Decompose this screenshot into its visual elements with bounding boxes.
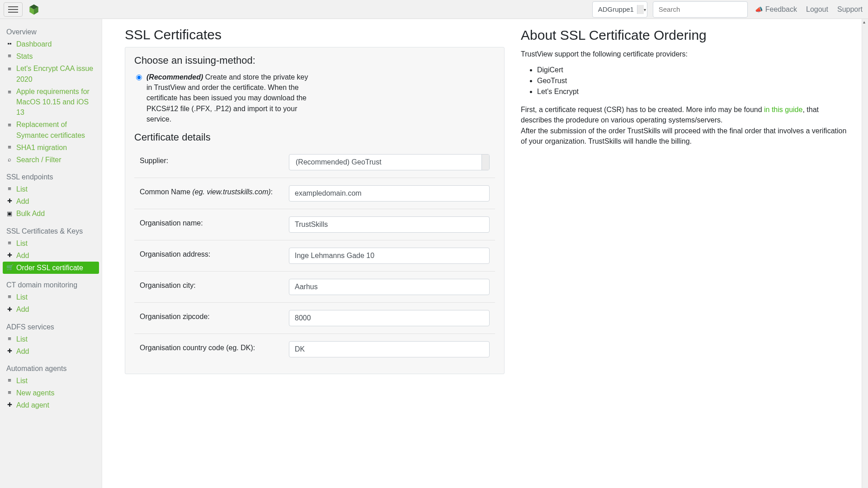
plus-icon: ✚: [6, 401, 13, 409]
plus-icon: ✚: [6, 305, 13, 314]
sidebar-item-adfs-add[interactable]: ✚Add: [3, 345, 99, 357]
sidebar-item-label: Bulk Add: [16, 208, 45, 219]
sidebar-section-title: CT domain monitoring: [0, 281, 102, 291]
list-icon: ≡: [6, 389, 13, 397]
sidebar-section-title: SSL Certificates & Keys: [0, 227, 102, 237]
row-org-cc: Organisation country code (eg. DK):: [134, 334, 495, 365]
org-name-input[interactable]: [289, 216, 490, 233]
cube-icon: [28, 4, 40, 15]
sidebar-item-order-ssl-certificate[interactable]: 🛒Order SSL certificate: [3, 262, 99, 274]
sidebar-item-label: Dashboard: [16, 39, 52, 49]
sidebar-item-sha1-migration[interactable]: ≡SHA1 migration: [3, 141, 99, 154]
group-select[interactable]: ADGruppe1: [592, 1, 647, 18]
provider-item: DigiCert: [537, 65, 849, 75]
sidebar-item-search-filter[interactable]: ⌕Search / Filter: [3, 154, 99, 166]
menu-toggle-button[interactable]: [4, 2, 23, 17]
common-name-input[interactable]: [289, 185, 490, 202]
page-scrollbar[interactable]: ▴: [862, 19, 868, 488]
sidebar-item-apple-requirements[interactable]: ≡Apple requirements for MacOS 10.15 and …: [3, 85, 99, 119]
page-title: SSL Certificates: [125, 27, 505, 42]
label-org-name: Organisation name:: [140, 216, 289, 227]
bullhorn-icon: 📣: [755, 6, 763, 13]
sidebar-item-label: Add agent: [16, 400, 49, 410]
list-icon: ≡: [6, 293, 13, 301]
list-icon: ≡: [6, 239, 13, 248]
search-input[interactable]: [653, 1, 748, 18]
org-cc-input[interactable]: [289, 341, 490, 357]
sidebar-section-title: Automation agents: [0, 365, 102, 375]
list-icon: ≡: [6, 88, 13, 97]
scroll-up-icon: ▴: [863, 19, 865, 24]
bulk-icon: ▣: [6, 210, 13, 218]
sidebar-item-endpoints-add[interactable]: ✚Add: [3, 195, 99, 207]
row-org-name: Organisation name:: [134, 209, 495, 240]
sidebar-section-title: ADFS services: [0, 323, 102, 333]
sidebar-item-label: Stats: [16, 51, 33, 61]
issuing-method-radio[interactable]: [136, 75, 142, 80]
row-org-city: Organisation city:: [134, 272, 495, 303]
sidebar-item-label: List: [16, 292, 28, 302]
sidebar-item-agents-add[interactable]: ✚Add agent: [3, 399, 99, 411]
sidebar-item-label: List: [16, 238, 28, 249]
sidebar-item-label: List: [16, 375, 28, 386]
sidebar-item-stats[interactable]: ≡Stats: [3, 50, 99, 62]
sidebar-item-agents-new[interactable]: ≡New agents: [3, 387, 99, 399]
sidebar-item-endpoints-list[interactable]: ≡List: [3, 183, 99, 195]
list-icon: ≡: [6, 121, 13, 130]
issuing-method-recommended[interactable]: (Recommended) Create and store the priva…: [134, 72, 495, 124]
list-icon: ≡: [6, 376, 13, 385]
list-icon: ≡: [6, 52, 13, 61]
sidebar-item-label: Replacement of Symantec certificates: [16, 119, 95, 140]
org-zip-input[interactable]: [289, 310, 490, 326]
sidebar-item-symantec-replacement[interactable]: ≡Replacement of Symantec certificates: [3, 118, 99, 141]
row-org-address: Organisation address:: [134, 240, 495, 272]
guide-link[interactable]: in this guide: [764, 106, 802, 113]
sidebar-item-adfs-list[interactable]: ≡List: [3, 333, 99, 345]
sidebar-item-label: List: [16, 184, 28, 194]
sidebar-item-label: SHA1 migration: [16, 142, 67, 153]
about-p3: After the submission of the order TrustS…: [521, 127, 846, 145]
sidebar-item-certificates-add[interactable]: ✚Add: [3, 249, 99, 262]
row-org-zip: Organisation zipcode:: [134, 303, 495, 334]
plus-icon: ✚: [6, 197, 13, 206]
logout-link[interactable]: Logout: [804, 5, 830, 14]
chevron-down-icon: ▾: [486, 160, 488, 164]
list-icon: ≡: [6, 335, 13, 343]
support-link[interactable]: Support: [835, 5, 864, 14]
sidebar-item-label: Order SSL certificate: [16, 263, 83, 273]
provider-item: Let's Encrypt: [537, 86, 849, 97]
list-icon: ≡: [6, 185, 13, 193]
top-navbar: ADGruppe1 ▾ 📣 Feedback Logout Support: [0, 0, 868, 19]
row-supplier: Supplier: (Recommended) GeoTrust ▾: [134, 147, 495, 178]
sidebar-item-label: Apple requirements for MacOS 10.15 and i…: [16, 86, 95, 118]
sidebar-item-certificates-list[interactable]: ≡List: [3, 237, 99, 249]
org-address-input[interactable]: [289, 248, 490, 264]
sidebar-item-dashboard[interactable]: ▪▪Dashboard: [3, 38, 99, 50]
supplier-select[interactable]: (Recommended) GeoTrust: [289, 154, 490, 170]
provider-list: DigiCertGeoTrustLet's Encrypt: [521, 65, 849, 97]
sidebar-item-label: Search / Filter: [16, 155, 61, 165]
about-title: About SSL Certificate Ordering: [521, 27, 849, 43]
provider-item: GeoTrust: [537, 75, 849, 86]
sidebar-item-ct-list[interactable]: ≡List: [3, 291, 99, 303]
about-p2: First, a certificate request (CSR) has t…: [521, 104, 849, 146]
label-supplier: Supplier:: [140, 154, 289, 165]
org-city-input[interactable]: [289, 279, 490, 295]
sidebar-section-title: Overview: [0, 28, 102, 38]
sidebar-item-lets-encrypt-caa[interactable]: ≡Let's Encrypt CAA issue 2020: [3, 62, 99, 85]
sidebar-item-ct-add[interactable]: ✚Add: [3, 303, 99, 315]
label-common-name: Common Name (eg. view.trustskills.com):: [140, 185, 289, 196]
label-org-address: Organisation address:: [140, 248, 289, 258]
about-intro: TrustView support the following certific…: [521, 49, 849, 59]
sidebar-item-endpoints-bulk-add[interactable]: ▣Bulk Add: [3, 207, 99, 220]
recommended-badge: (Recommended): [146, 73, 203, 81]
logout-label: Logout: [806, 5, 828, 14]
list-icon: ≡: [6, 65, 13, 74]
feedback-link[interactable]: 📣 Feedback: [753, 5, 799, 14]
sidebar-item-agents-list[interactable]: ≡List: [3, 375, 99, 387]
row-common-name: Common Name (eg. view.trustskills.com):: [134, 178, 495, 209]
app-logo[interactable]: [28, 4, 40, 15]
sidebar-item-label: Add: [16, 250, 29, 261]
sidebar-section-title: SSL endpoints: [0, 173, 102, 183]
main-area: SSL Certificates Choose an issuing-metho…: [102, 19, 862, 488]
